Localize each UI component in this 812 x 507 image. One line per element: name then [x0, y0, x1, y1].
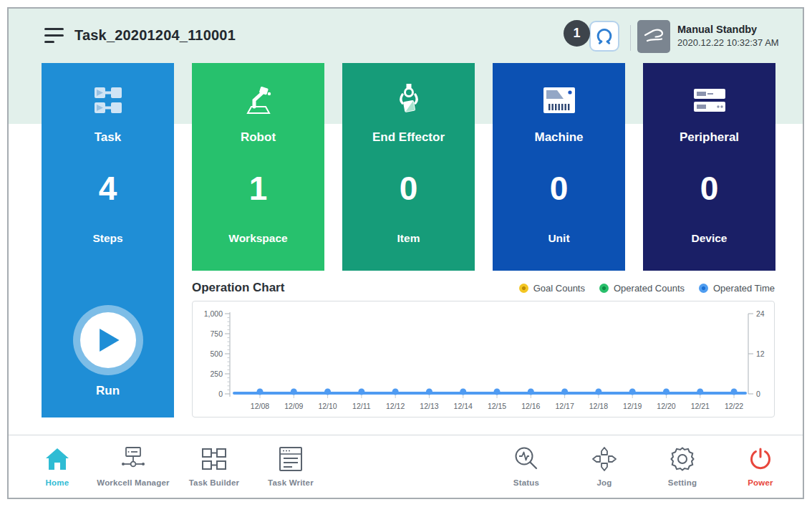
- card-robot[interactable]: Robot 1 Workspace: [192, 63, 324, 271]
- machine-icon: [493, 80, 625, 120]
- peripheral-icon: [643, 80, 775, 120]
- nav-power[interactable]: Power: [714, 440, 807, 496]
- notification-badge[interactable]: 1: [564, 20, 590, 47]
- task-title: Task_20201204_110001: [74, 27, 236, 44]
- menu-hamburger-icon[interactable]: [44, 28, 64, 45]
- svg-text:750: 750: [210, 329, 223, 338]
- operation-chart-plot: 02505007501,0000122412/0812/0912/1012/11…: [193, 301, 774, 417]
- svg-text:0: 0: [756, 390, 760, 398]
- svg-text:12/14: 12/14: [454, 402, 473, 410]
- svg-text:12/11: 12/11: [352, 402, 371, 410]
- hand-icon: [642, 25, 665, 48]
- card-peripheral-label: Peripheral: [643, 130, 775, 145]
- end-effector-icon: [342, 80, 475, 120]
- card-end-effector-value: 0: [342, 169, 475, 208]
- gripper-icon: [595, 27, 614, 46]
- svg-text:12/17: 12/17: [555, 402, 574, 410]
- card-peripheral-unit: Device: [643, 232, 775, 245]
- svg-text:12/10: 12/10: [318, 402, 337, 410]
- task-writer-icon: [244, 444, 337, 474]
- svg-text:12/12: 12/12: [386, 402, 405, 410]
- power-icon: [714, 444, 807, 474]
- card-robot-value: 1: [192, 169, 324, 208]
- svg-text:24: 24: [756, 309, 765, 318]
- run-button-inner: [80, 312, 136, 368]
- play-icon: [100, 329, 121, 352]
- card-peripheral[interactable]: Peripheral 0 Device: [643, 63, 775, 271]
- manual-mode-tile[interactable]: [637, 20, 670, 53]
- card-machine-value: 0: [493, 169, 625, 208]
- card-robot-label: Robot: [192, 130, 324, 145]
- card-task-unit: Steps: [42, 232, 174, 245]
- operation-chart-title: Operation Chart: [192, 281, 284, 295]
- svg-text:250: 250: [210, 370, 223, 378]
- svg-text:12/16: 12/16: [521, 402, 540, 410]
- task-steps-icon: [42, 80, 174, 120]
- robot-arm-icon: [192, 80, 324, 120]
- card-machine-label: Machine: [493, 130, 625, 145]
- legend-goal-counts: Goal Counts: [519, 283, 585, 294]
- card-end-effector[interactable]: End Effector 0 Item: [342, 63, 475, 271]
- legend-operated-time: Operated Time: [699, 283, 775, 294]
- card-task[interactable]: Task 4 Steps Run: [42, 63, 174, 417]
- nav-workcell-manager[interactable]: Workcell Manager: [87, 440, 180, 496]
- card-task-value: 4: [42, 169, 174, 208]
- header-divider: [630, 25, 631, 51]
- svg-text:12: 12: [756, 349, 765, 358]
- card-peripheral-value: 0: [643, 169, 775, 208]
- operated-counts-dot-icon: [599, 284, 609, 293]
- svg-text:12/20: 12/20: [657, 402, 675, 410]
- svg-text:12/09: 12/09: [284, 402, 303, 410]
- operation-chart: 02505007501,0000122412/0812/0912/1012/11…: [192, 301, 775, 417]
- svg-text:0: 0: [218, 390, 223, 398]
- svg-text:12/13: 12/13: [420, 402, 438, 410]
- card-end-effector-unit: Item: [342, 232, 475, 245]
- card-machine-unit: Unit: [493, 232, 625, 245]
- card-machine[interactable]: Machine 0 Unit: [493, 63, 625, 271]
- legend-operated-counts: Operated Counts: [599, 283, 685, 294]
- svg-text:12/18: 12/18: [589, 402, 608, 410]
- chart-legend: Goal Counts Operated Counts Operated Tim…: [519, 283, 775, 294]
- card-robot-unit: Workspace: [192, 232, 324, 245]
- svg-text:12/21: 12/21: [691, 402, 710, 410]
- svg-text:500: 500: [210, 349, 223, 358]
- gripper-tool-button[interactable]: [589, 21, 619, 52]
- nav-separator: [9, 435, 803, 435]
- mode-label: Manual Standby: [677, 24, 779, 35]
- nav-task-writer[interactable]: Task Writer: [244, 440, 337, 496]
- run-button[interactable]: [73, 305, 143, 375]
- svg-text:12/22: 12/22: [725, 402, 743, 410]
- workcell-manager-icon: [87, 444, 180, 474]
- svg-text:12/15: 12/15: [488, 402, 506, 410]
- operated-time-dot-icon: [699, 284, 708, 293]
- svg-text:12/08: 12/08: [251, 402, 269, 410]
- svg-text:1,000: 1,000: [204, 309, 223, 318]
- card-end-effector-label: End Effector: [342, 130, 475, 145]
- mode-timestamp: 2020.12.22 10:32:37 AM: [677, 37, 779, 48]
- robot-mode-status: Manual Standby 2020.12.22 10:32:37 AM: [677, 24, 779, 48]
- svg-text:12/19: 12/19: [623, 402, 642, 410]
- goal-counts-dot-icon: [519, 284, 528, 293]
- card-task-label: Task: [42, 130, 174, 145]
- run-label: Run: [42, 384, 174, 398]
